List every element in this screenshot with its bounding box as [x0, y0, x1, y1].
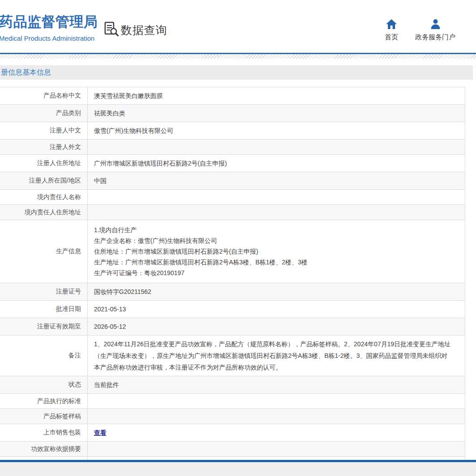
row-value: 中国 [88, 172, 465, 189]
row-value: 国妆特字G20211562 [88, 283, 465, 300]
page-header: 药品监督管理局 Medical Products Administration … [0, 0, 476, 53]
table-row: 批准日期2021-05-13 [0, 301, 465, 318]
row-value [88, 409, 465, 424]
row-label: 上市销售包装 [0, 424, 88, 441]
row-label: 注册证有效期至 [0, 318, 88, 335]
row-value: 查看 [88, 424, 465, 441]
table-row: 上市销售包装查看 [0, 424, 465, 442]
page-footer [0, 460, 476, 476]
home-link-label: 首页 [378, 33, 405, 42]
row-value: 2021-05-13 [88, 301, 465, 318]
gov-portal-label: 政务服务门户 [406, 33, 464, 42]
footer-body [0, 462, 476, 476]
table-row: 注册证号国妆特字G20211562 [0, 283, 465, 301]
table-row: 产品类别祛斑美白类 [0, 105, 465, 122]
site-logo: 药品监督管理局 Medical Products Administration [0, 13, 98, 42]
row-label: 境内责任人名称 [0, 190, 88, 204]
table-row: 备注1、2024年11月26日批准变更产品功效宣称，产品配方（规范原料名称），产… [0, 336, 465, 376]
row-label: 状态 [0, 376, 88, 393]
row-value [88, 140, 465, 154]
data-query-label: 数据查询 [121, 23, 167, 38]
row-value: 1.境内自行生产 生产企业名称：傲雪(广州)生物科技有限公司 住所地址：广州市增… [88, 220, 465, 283]
row-label: 备注 [0, 336, 88, 376]
row-value: 1、2024年11月26日批准变更产品功效宣称，产品配方（规范原料名称），产品标… [88, 336, 465, 376]
table-row: 注册人中文傲雪(广州)生物科技有限公司 [0, 122, 465, 140]
table-row: 产品执行的标准 [0, 394, 465, 409]
row-label: 功效宣称依据摘要 [0, 442, 88, 456]
row-value: 当前批件 [88, 376, 465, 393]
row-value: 傲雪(广州)生物科技有限公司 [88, 122, 465, 139]
row-value: 2026-05-12 [88, 318, 465, 335]
row-label: 产品类别 [0, 105, 88, 122]
table-row: 产品名称中文澳芙雪祛斑美白嫩肤面膜 [0, 87, 465, 105]
home-link[interactable]: 首页 [378, 18, 405, 42]
table-row: 生产信息1.境内自行生产 生产企业名称：傲雪(广州)生物科技有限公司 住所地址：… [0, 220, 465, 283]
content-area: 册信息基本信息 产品名称中文澳芙雪祛斑美白嫩肤面膜产品类别祛斑美白类注册人中文傲… [0, 65, 473, 474]
row-value [88, 190, 465, 204]
row-label: 生产信息 [0, 220, 88, 283]
row-value: 澳芙雪祛斑美白嫩肤面膜 [88, 87, 465, 104]
table-row: 注册人外文 [0, 140, 465, 155]
hatch-strip [0, 54, 476, 59]
row-label: 注册人住所地址 [0, 155, 88, 172]
view-link[interactable]: 查看 [94, 427, 106, 438]
section-title: 册信息基本信息 [1, 68, 51, 76]
row-label: 注册人所在国/地区 [0, 172, 88, 189]
user-icon [406, 18, 464, 30]
row-value: 广州市增城区新塘镇瑶田村石新路2号(自主申报) [88, 155, 465, 172]
table-row: 产品标签样稿 [0, 409, 465, 424]
section-title-band: 册信息基本信息 [0, 65, 473, 80]
doc-search-icon [104, 21, 119, 38]
table-row: 功效宣称依据摘要 [0, 442, 465, 457]
row-label: 注册人外文 [0, 140, 88, 154]
logo-title-en: Medical Products Administration [0, 34, 98, 42]
row-value [88, 394, 465, 408]
row-value: 祛斑美白类 [88, 105, 465, 122]
table-row: 注册人住所地址广州市增城区新塘镇瑶田村石新路2号(自主申报) [0, 155, 465, 172]
row-label: 注册人中文 [0, 122, 88, 139]
table-row: 注册人所在国/地区中国 [0, 172, 465, 190]
table-row: 境内责任人名称 [0, 190, 465, 205]
row-label: 产品标签样稿 [0, 409, 88, 424]
table-row: 注册证有效期至2026-05-12 [0, 318, 465, 336]
info-table: 产品名称中文澳芙雪祛斑美白嫩肤面膜产品类别祛斑美白类注册人中文傲雪(广州)生物科… [0, 87, 465, 474]
gov-portal-link[interactable]: 政务服务门户 [406, 18, 464, 42]
row-label: 注册证号 [0, 283, 88, 300]
row-label: 境内责任人住所地址 [0, 205, 88, 220]
row-value [88, 442, 465, 456]
table-row: 境内责任人住所地址 [0, 205, 465, 220]
logo-title-cn: 药品监督管理局 [0, 13, 98, 31]
row-label: 批准日期 [0, 301, 88, 318]
row-value [88, 205, 465, 220]
row-label: 产品执行的标准 [0, 394, 88, 408]
row-label: 产品名称中文 [0, 87, 88, 104]
data-query-nav[interactable]: 数据查询 [104, 21, 167, 38]
home-icon [378, 18, 405, 30]
table-row: 状态当前批件 [0, 376, 465, 394]
